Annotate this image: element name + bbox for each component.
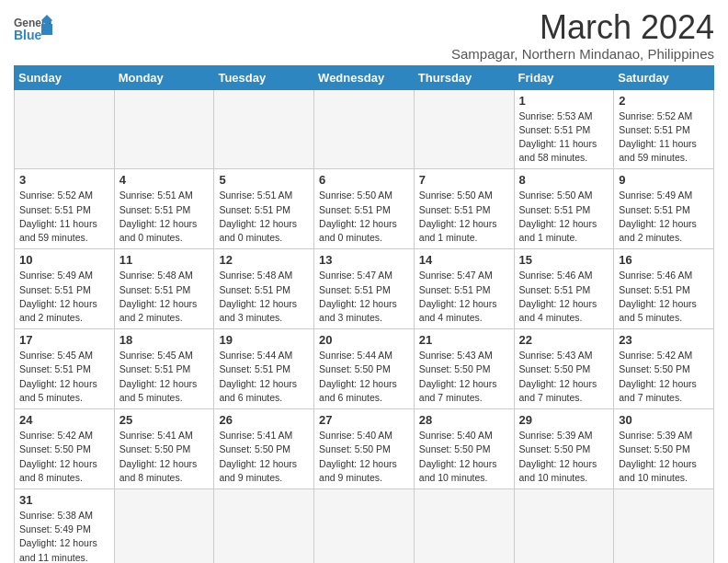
sun-info: Sunrise: 5:45 AMSunset: 5:51 PMDaylight:… xyxy=(19,350,97,403)
sun-info: Sunrise: 5:38 AMSunset: 5:49 PMDaylight:… xyxy=(19,510,97,563)
day-header-saturday: Saturday xyxy=(614,65,714,89)
sun-info: Sunrise: 5:42 AMSunset: 5:50 PMDaylight:… xyxy=(619,350,697,403)
logo-icon: General Blue xyxy=(14,15,52,50)
day-number: 11 xyxy=(119,253,210,267)
day-number: 29 xyxy=(519,413,609,427)
sun-info: Sunrise: 5:46 AMSunset: 5:51 PMDaylight:… xyxy=(519,270,597,323)
calendar-cell: 22 Sunrise: 5:43 AMSunset: 5:50 PMDaylig… xyxy=(514,329,614,409)
calendar-cell: 13 Sunrise: 5:47 AMSunset: 5:51 PMDaylig… xyxy=(314,249,415,329)
day-number: 14 xyxy=(419,253,509,267)
day-header-thursday: Thursday xyxy=(414,65,514,89)
calendar-cell: 27 Sunrise: 5:40 AMSunset: 5:50 PMDaylig… xyxy=(314,409,415,489)
calendar-cell: 14 Sunrise: 5:47 AMSunset: 5:51 PMDaylig… xyxy=(414,249,514,329)
day-number: 24 xyxy=(19,413,109,427)
calendar-cell xyxy=(114,89,214,169)
calendar-cell: 28 Sunrise: 5:40 AMSunset: 5:50 PMDaylig… xyxy=(414,409,514,489)
calendar-cell xyxy=(15,89,115,169)
calendar-cell: 19 Sunrise: 5:44 AMSunset: 5:51 PMDaylig… xyxy=(214,329,314,409)
day-number: 3 xyxy=(19,173,109,187)
sun-info: Sunrise: 5:40 AMSunset: 5:50 PMDaylight:… xyxy=(419,430,497,483)
day-number: 2 xyxy=(619,94,709,108)
calendar-cell xyxy=(214,89,314,169)
calendar-cell xyxy=(614,488,714,563)
day-number: 21 xyxy=(419,333,509,347)
calendar-cell: 30 Sunrise: 5:39 AMSunset: 5:50 PMDaylig… xyxy=(614,409,714,489)
sun-info: Sunrise: 5:51 AMSunset: 5:51 PMDaylight:… xyxy=(219,190,297,243)
day-number: 27 xyxy=(319,413,409,427)
day-header-wednesday: Wednesday xyxy=(314,65,415,89)
calendar-cell: 6 Sunrise: 5:50 AMSunset: 5:51 PMDayligh… xyxy=(314,169,415,249)
day-number: 26 xyxy=(219,413,309,427)
day-number: 22 xyxy=(519,333,609,347)
sun-info: Sunrise: 5:39 AMSunset: 5:50 PMDaylight:… xyxy=(619,430,697,483)
day-number: 31 xyxy=(19,493,109,507)
calendar-cell: 16 Sunrise: 5:46 AMSunset: 5:51 PMDaylig… xyxy=(614,249,714,329)
day-number: 10 xyxy=(19,253,109,267)
calendar-cell xyxy=(114,488,214,563)
title-block: March 2024 Sampagar, Northern Mindanao, … xyxy=(451,9,714,62)
svg-text:Blue: Blue xyxy=(14,28,42,42)
calendar-cell: 9 Sunrise: 5:49 AMSunset: 5:51 PMDayligh… xyxy=(614,169,714,249)
day-number: 8 xyxy=(519,173,609,187)
calendar-cell xyxy=(314,488,415,563)
day-number: 30 xyxy=(619,413,709,427)
day-number: 12 xyxy=(219,253,309,267)
sun-info: Sunrise: 5:50 AMSunset: 5:51 PMDaylight:… xyxy=(319,190,397,243)
day-number: 23 xyxy=(619,333,709,347)
calendar-table: SundayMondayTuesdayWednesdayThursdayFrid… xyxy=(14,65,714,563)
sun-info: Sunrise: 5:48 AMSunset: 5:51 PMDaylight:… xyxy=(119,270,198,323)
calendar-cell xyxy=(414,488,514,563)
day-number: 18 xyxy=(119,333,210,347)
day-number: 13 xyxy=(319,253,409,267)
calendar-cell: 23 Sunrise: 5:42 AMSunset: 5:50 PMDaylig… xyxy=(614,329,714,409)
sun-info: Sunrise: 5:49 AMSunset: 5:51 PMDaylight:… xyxy=(19,270,97,323)
sun-info: Sunrise: 5:41 AMSunset: 5:50 PMDaylight:… xyxy=(219,430,297,483)
calendar-cell: 8 Sunrise: 5:50 AMSunset: 5:51 PMDayligh… xyxy=(514,169,614,249)
day-number: 5 xyxy=(219,173,309,187)
day-header-monday: Monday xyxy=(114,65,214,89)
day-number: 25 xyxy=(119,413,210,427)
calendar-cell xyxy=(514,488,614,563)
sun-info: Sunrise: 5:45 AMSunset: 5:51 PMDaylight:… xyxy=(119,350,198,403)
calendar-cell xyxy=(214,488,314,563)
logo: General Blue xyxy=(14,15,52,50)
calendar-cell: 1 Sunrise: 5:53 AMSunset: 5:51 PMDayligh… xyxy=(514,89,614,169)
calendar-cell: 18 Sunrise: 5:45 AMSunset: 5:51 PMDaylig… xyxy=(114,329,214,409)
sun-info: Sunrise: 5:50 AMSunset: 5:51 PMDaylight:… xyxy=(519,190,597,243)
day-number: 20 xyxy=(319,333,409,347)
calendar-cell: 11 Sunrise: 5:48 AMSunset: 5:51 PMDaylig… xyxy=(114,249,214,329)
calendar-cell xyxy=(314,89,415,169)
day-number: 4 xyxy=(119,173,210,187)
calendar-cell: 17 Sunrise: 5:45 AMSunset: 5:51 PMDaylig… xyxy=(15,329,115,409)
calendar-cell: 29 Sunrise: 5:39 AMSunset: 5:50 PMDaylig… xyxy=(514,409,614,489)
sun-info: Sunrise: 5:39 AMSunset: 5:50 PMDaylight:… xyxy=(519,430,597,483)
calendar-cell: 24 Sunrise: 5:42 AMSunset: 5:50 PMDaylig… xyxy=(15,409,115,489)
header: General Blue March 2024 Sampagar, Northe… xyxy=(14,9,714,62)
sun-info: Sunrise: 5:48 AMSunset: 5:51 PMDaylight:… xyxy=(219,270,297,323)
calendar-cell: 2 Sunrise: 5:52 AMSunset: 5:51 PMDayligh… xyxy=(614,89,714,169)
sun-info: Sunrise: 5:47 AMSunset: 5:51 PMDaylight:… xyxy=(419,270,497,323)
calendar-cell: 15 Sunrise: 5:46 AMSunset: 5:51 PMDaylig… xyxy=(514,249,614,329)
sun-info: Sunrise: 5:50 AMSunset: 5:51 PMDaylight:… xyxy=(419,190,497,243)
day-number: 19 xyxy=(219,333,309,347)
day-number: 9 xyxy=(619,173,709,187)
calendar-cell: 5 Sunrise: 5:51 AMSunset: 5:51 PMDayligh… xyxy=(214,169,314,249)
calendar-cell: 12 Sunrise: 5:48 AMSunset: 5:51 PMDaylig… xyxy=(214,249,314,329)
sun-info: Sunrise: 5:43 AMSunset: 5:50 PMDaylight:… xyxy=(519,350,597,403)
calendar-cell: 10 Sunrise: 5:49 AMSunset: 5:51 PMDaylig… xyxy=(15,249,115,329)
day-number: 28 xyxy=(419,413,509,427)
sun-info: Sunrise: 5:52 AMSunset: 5:51 PMDaylight:… xyxy=(19,190,97,243)
calendar-cell: 3 Sunrise: 5:52 AMSunset: 5:51 PMDayligh… xyxy=(15,169,115,249)
sun-info: Sunrise: 5:47 AMSunset: 5:51 PMDaylight:… xyxy=(319,270,397,323)
day-header-tuesday: Tuesday xyxy=(214,65,314,89)
day-header-sunday: Sunday xyxy=(15,65,115,89)
day-number: 6 xyxy=(319,173,409,187)
calendar-cell: 20 Sunrise: 5:44 AMSunset: 5:50 PMDaylig… xyxy=(314,329,415,409)
sun-info: Sunrise: 5:51 AMSunset: 5:51 PMDaylight:… xyxy=(119,190,198,243)
day-number: 15 xyxy=(519,253,609,267)
month-title: March 2024 xyxy=(451,9,714,46)
sun-info: Sunrise: 5:53 AMSunset: 5:51 PMDaylight:… xyxy=(519,110,597,164)
calendar-cell: 21 Sunrise: 5:43 AMSunset: 5:50 PMDaylig… xyxy=(414,329,514,409)
sun-info: Sunrise: 5:49 AMSunset: 5:51 PMDaylight:… xyxy=(619,190,697,243)
calendar-cell: 31 Sunrise: 5:38 AMSunset: 5:49 PMDaylig… xyxy=(15,488,115,563)
